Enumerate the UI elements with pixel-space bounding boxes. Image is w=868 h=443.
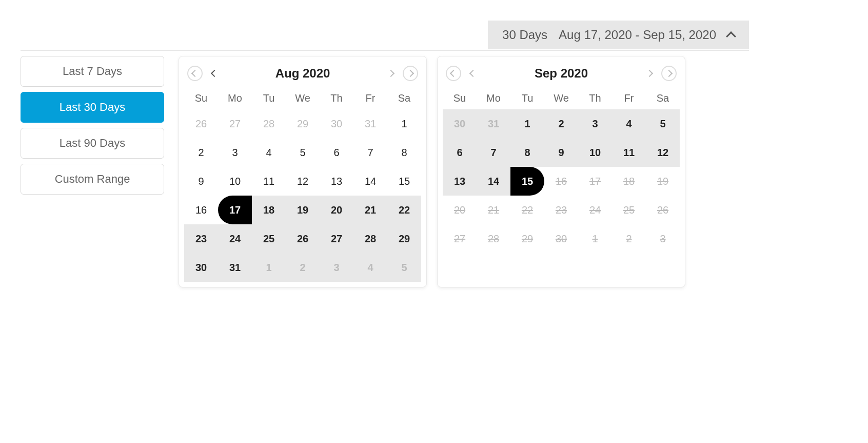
dow-header: Tu <box>510 87 544 109</box>
day-cell[interactable]: 1 <box>252 253 286 282</box>
day-cell[interactable]: 30 <box>184 253 218 282</box>
dow-header: Mo <box>218 87 252 109</box>
prev-year-button[interactable] <box>187 66 203 81</box>
day-cell[interactable]: 2 <box>286 253 320 282</box>
dow-header: Fr <box>353 87 387 109</box>
day-cell[interactable]: 16 <box>184 196 218 224</box>
day-cell[interactable]: 19 <box>286 196 320 224</box>
dow-header: We <box>286 87 320 109</box>
day-cell[interactable]: 27 <box>320 224 353 253</box>
day-cell[interactable]: 28 <box>252 109 286 138</box>
date-range-duration: 30 Days <box>502 28 547 42</box>
prev-month-button[interactable] <box>207 66 222 81</box>
day-cell[interactable]: 7 <box>353 138 387 167</box>
day-cell[interactable]: 17 <box>218 196 252 224</box>
date-range-bar: 30 Days Aug 17, 2020 - Sep 15, 2020 <box>21 21 749 51</box>
day-cell[interactable]: 14 <box>353 167 387 196</box>
day-cell[interactable]: 22 <box>387 196 421 224</box>
day-cell[interactable]: 10 <box>218 167 252 196</box>
day-cell[interactable]: 30 <box>443 109 477 138</box>
day-cell: 20 <box>443 196 477 224</box>
day-cell[interactable]: 9 <box>544 138 578 167</box>
calendar-pair: Aug 2020SuMoTuWeThFrSa262728293031123456… <box>179 56 685 287</box>
day-cell[interactable]: 29 <box>286 109 320 138</box>
calendar-0: Aug 2020SuMoTuWeThFrSa262728293031123456… <box>179 56 427 287</box>
next-year-button[interactable] <box>403 66 418 81</box>
day-cell[interactable]: 18 <box>252 196 286 224</box>
day-cell[interactable]: 5 <box>286 138 320 167</box>
day-cell[interactable]: 4 <box>353 253 387 282</box>
day-cell[interactable]: 8 <box>510 138 544 167</box>
day-cell[interactable]: 9 <box>184 167 218 196</box>
day-cell[interactable]: 5 <box>387 253 421 282</box>
day-cell[interactable]: 1 <box>510 109 544 138</box>
day-cell: 26 <box>646 196 680 224</box>
day-cell: 17 <box>578 167 612 196</box>
day-cell[interactable]: 6 <box>320 138 353 167</box>
next-month-button[interactable] <box>642 66 657 81</box>
dow-header: Tu <box>252 87 286 109</box>
day-cell[interactable]: 8 <box>387 138 421 167</box>
dow-header: Fr <box>612 87 646 109</box>
day-cell: 24 <box>578 196 612 224</box>
day-cell[interactable]: 13 <box>320 167 353 196</box>
calendar-title: Aug 2020 <box>226 66 379 81</box>
day-cell: 29 <box>510 224 544 253</box>
day-cell: 22 <box>510 196 544 224</box>
preset-last90[interactable]: Last 90 Days <box>21 128 164 159</box>
day-cell[interactable]: 2 <box>544 109 578 138</box>
day-cell[interactable]: 3 <box>578 109 612 138</box>
day-cell[interactable]: 3 <box>218 138 252 167</box>
day-cell[interactable]: 13 <box>443 167 477 196</box>
day-cell[interactable]: 28 <box>353 224 387 253</box>
day-cell[interactable]: 30 <box>320 109 353 138</box>
day-cell[interactable]: 23 <box>184 224 218 253</box>
day-cell[interactable]: 14 <box>477 167 510 196</box>
day-cell[interactable]: 5 <box>646 109 680 138</box>
preset-last30[interactable]: Last 30 Days <box>21 92 164 123</box>
day-cell: 23 <box>544 196 578 224</box>
day-cell: 3 <box>646 224 680 253</box>
prev-year-button[interactable] <box>446 66 461 81</box>
day-cell[interactable]: 12 <box>286 167 320 196</box>
dow-header: Sa <box>646 87 680 109</box>
day-cell[interactable]: 20 <box>320 196 353 224</box>
day-cell: 21 <box>477 196 510 224</box>
dow-header: Th <box>578 87 612 109</box>
day-cell[interactable]: 2 <box>184 138 218 167</box>
day-cell[interactable]: 31 <box>477 109 510 138</box>
preset-custom[interactable]: Custom Range <box>21 164 164 195</box>
day-cell[interactable]: 10 <box>578 138 612 167</box>
next-year-button[interactable] <box>661 66 677 81</box>
day-cell[interactable]: 11 <box>612 138 646 167</box>
day-cell[interactable]: 31 <box>353 109 387 138</box>
day-cell[interactable]: 31 <box>218 253 252 282</box>
day-cell[interactable]: 26 <box>184 109 218 138</box>
preset-last7[interactable]: Last 7 Days <box>21 56 164 87</box>
next-month-button[interactable] <box>383 66 399 81</box>
day-cell[interactable]: 4 <box>252 138 286 167</box>
day-cell[interactable]: 27 <box>218 109 252 138</box>
day-cell: 18 <box>612 167 646 196</box>
day-cell[interactable]: 1 <box>387 109 421 138</box>
day-cell[interactable]: 26 <box>286 224 320 253</box>
day-cell[interactable]: 24 <box>218 224 252 253</box>
day-cell[interactable]: 25 <box>252 224 286 253</box>
day-cell[interactable]: 3 <box>320 253 353 282</box>
day-cell[interactable]: 29 <box>387 224 421 253</box>
day-cell[interactable]: 15 <box>510 167 544 196</box>
day-cell[interactable]: 21 <box>353 196 387 224</box>
preset-list: Last 7 DaysLast 30 DaysLast 90 DaysCusto… <box>21 56 164 195</box>
day-cell[interactable]: 6 <box>443 138 477 167</box>
prev-month-button[interactable] <box>465 66 481 81</box>
dow-header: Mo <box>477 87 510 109</box>
day-cell[interactable]: 11 <box>252 167 286 196</box>
day-cell[interactable]: 7 <box>477 138 510 167</box>
day-cell[interactable]: 12 <box>646 138 680 167</box>
date-range-text: Aug 17, 2020 - Sep 15, 2020 <box>559 28 716 42</box>
day-cell[interactable]: 15 <box>387 167 421 196</box>
date-range-toggle[interactable]: 30 Days Aug 17, 2020 - Sep 15, 2020 <box>488 21 749 49</box>
chevron-up-icon <box>726 31 736 42</box>
dow-header: Th <box>320 87 353 109</box>
day-cell[interactable]: 4 <box>612 109 646 138</box>
